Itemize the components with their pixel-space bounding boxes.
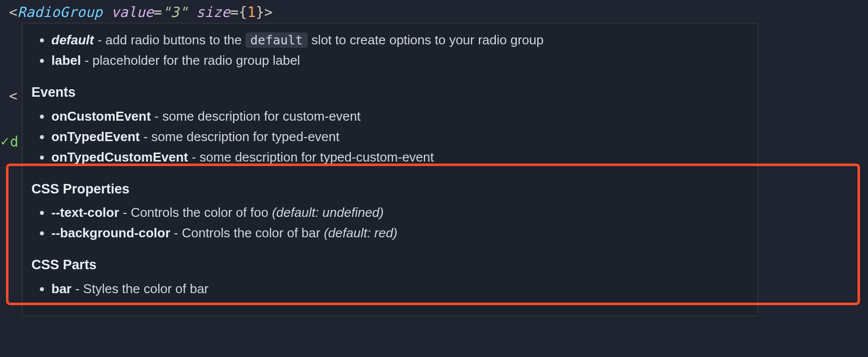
- css-part-desc: - Styles the color of bar: [71, 281, 209, 296]
- event-item: onTypedEvent - some description for type…: [51, 127, 758, 147]
- slot-code-pill: default: [245, 32, 308, 48]
- css-property-item: --text-color - Controls the color of foo…: [51, 203, 758, 222]
- gutter-check-icon: ✓: [0, 135, 10, 149]
- event-name: onTypedCustomEvent: [51, 150, 188, 165]
- jsx-attr-value-1: "3": [162, 4, 188, 20]
- slot-name: label: [51, 53, 81, 68]
- event-item: onTypedCustomEvent - some description fo…: [51, 148, 758, 167]
- css-properties-list: --text-color - Controls the color of foo…: [22, 203, 758, 243]
- event-name: onCustomEvent: [51, 109, 151, 124]
- slot-desc-post: slot to create options to your radio gro…: [308, 32, 544, 47]
- event-desc: - some description for typed-custom-even…: [188, 150, 434, 165]
- slots-list: default - add radio buttons to the defau…: [22, 30, 758, 70]
- css-property-default: (default: undefined): [272, 205, 384, 220]
- section-heading-css-properties: CSS Properties: [22, 172, 758, 201]
- jsx-attr-name-2: size: [196, 4, 230, 20]
- events-list: onCustomEvent - some description for cus…: [22, 107, 758, 167]
- css-part-item: bar - Styles the color of bar: [51, 279, 758, 299]
- background-char-d: d: [10, 134, 18, 150]
- css-property-name: --text-color: [51, 205, 119, 220]
- css-property-default: (default: red): [324, 225, 397, 240]
- event-name: onTypedEvent: [51, 129, 140, 144]
- event-item: onCustomEvent - some description for cus…: [51, 107, 758, 126]
- jsx-attr-value-2: 1: [247, 4, 256, 20]
- section-heading-events: Events: [22, 75, 758, 105]
- slot-desc-pre: - add radio buttons to the: [94, 32, 245, 47]
- background-angle: <: [9, 88, 17, 104]
- css-property-item: --background-color - Controls the color …: [51, 223, 758, 243]
- slot-item: default - add radio buttons to the defau…: [51, 30, 758, 50]
- css-parts-list: bar - Styles the color of bar: [22, 279, 758, 299]
- slot-name: default: [51, 32, 94, 47]
- css-part-name: bar: [51, 281, 71, 296]
- event-desc: - some description for typed-event: [140, 129, 339, 144]
- code-line: <RadioGroup value="3" size={1}>: [0, 0, 868, 22]
- jsx-attr-name-1: value: [111, 4, 154, 20]
- intellisense-popover: default - add radio buttons to the defau…: [22, 23, 758, 316]
- css-property-name: --background-color: [51, 225, 170, 240]
- slot-desc: - placeholder for the radio group label: [81, 53, 300, 68]
- slot-item: label - placeholder for the radio group …: [51, 51, 758, 70]
- css-property-desc: - Controls the color of bar: [170, 225, 324, 240]
- jsx-component-name: RadioGroup: [17, 4, 103, 20]
- css-property-desc: - Controls the color of foo: [119, 205, 272, 220]
- event-desc: - some description for custom-event: [151, 109, 361, 124]
- section-heading-css-parts: CSS Parts: [22, 248, 758, 277]
